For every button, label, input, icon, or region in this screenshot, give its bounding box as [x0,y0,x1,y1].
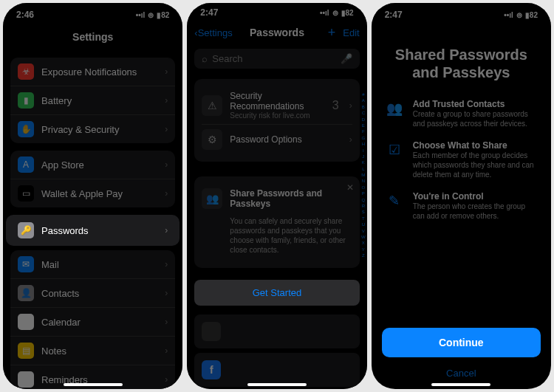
share-title: Share Passwords and Passkeys [230,188,352,209]
chevron-right-icon: › [349,134,352,145]
chevron-right-icon: › [165,124,168,134]
intro-content: Shared Passwords and Passkeys 👥Add Trust… [372,24,551,323]
chevron-right-icon: › [165,374,168,385]
nav-bar: ‹ Settings Passwords + Edit [187,19,366,46]
settings-row-calendar[interactable]: ▦Calendar› [10,308,175,337]
edit-button[interactable]: Edit [343,27,359,38]
row-label: Mail [41,259,59,270]
settings-row-contacts[interactable]: 👤Contacts› [10,279,175,308]
home-indicator[interactable] [431,383,490,386]
password-options-row[interactable]: ⚙ Password Options › [202,124,352,154]
row-app-icon: ✉ [18,256,34,272]
status-indicators: ••ıl ⊚ ▮82 [504,11,538,19]
row-app-icon: ▭ [18,185,34,202]
status-time: 2:47 [385,10,403,20]
feature-item: 👥Add Trusted ContactsCreate a group to s… [385,99,538,128]
share-card: ✕ 👥 Share Passwords and Passkeys You can… [194,176,359,268]
search-icon: ⌕ [202,53,208,64]
row-label: App Store [41,159,84,171]
status-indicators: ••ıl ⊚ ▮82 [136,11,170,19]
share-body: You can safely and securely share passwo… [202,213,352,261]
row-label: Notes [41,345,66,357]
continue-button[interactable]: Continue [382,328,541,357]
password-entry-row[interactable]: f [194,353,359,387]
row-app-icon: A [18,157,34,173]
settings-row-mail[interactable]: ✉Mail› [10,250,175,279]
close-icon[interactable]: ✕ [346,182,354,193]
wifi-icon: ⊚ [332,9,338,17]
feature-desc: Create a group to share passwords and pa… [413,109,538,128]
settings-screen: 2:46 ••ıl ⊚ ▮82 Settings ☣Exposure Notif… [3,3,182,389]
search-placeholder: Search [212,53,242,64]
status-bar: 2:47 ••ıl ⊚ ▮82 [187,3,366,19]
get-started-button[interactable]: Get Started [194,280,359,306]
security-recommendations-row[interactable]: ⚠ Security Recommendations Security risk… [202,86,352,124]
status-indicators: ••ıl ⊚ ▮82 [320,9,354,17]
chevron-right-icon: › [165,188,168,199]
row-label: Privacy & Security [41,124,119,135]
site-icon: f [202,360,221,379]
signal-icon: ••ıl [504,11,513,19]
settings-row-privacy-security[interactable]: ✋Privacy & Security› [10,115,175,143]
password-entry-row[interactable] [194,314,359,348]
cancel-button[interactable]: Cancel [382,362,541,385]
feature-icon: ✎ [385,191,404,210]
feature-icon: ☑ [385,140,404,159]
settings-row-wallet-apple-pay[interactable]: ▭Wallet & Apple Pay› [10,179,175,207]
wifi-icon: ⊚ [516,11,522,19]
add-button[interactable]: + [328,25,336,41]
row-app-icon: ▦ [18,314,34,330]
row-label: Contacts [41,288,79,299]
row-app-icon: ☣ [18,63,34,80]
battery-icon: ▮82 [341,9,354,17]
settings-row-notes[interactable]: ▤Notes› [10,337,175,365]
settings-row-app-store[interactable]: AApp Store› [10,151,175,179]
back-button[interactable]: ‹ Settings [194,27,232,38]
settings-row-passwords[interactable]: 🔑Passwords› [6,215,179,246]
page-title: Passwords [250,27,304,38]
row-label: Exposure Notifications [41,66,137,78]
status-time: 2:46 [16,10,34,20]
home-indicator[interactable] [64,383,123,386]
chevron-right-icon: › [165,345,168,356]
feature-item: ☑Choose What to ShareEach member of the … [385,140,538,179]
feature-desc: Each member of the group decides which p… [413,151,538,179]
row-label: Wallet & Apple Pay [41,188,123,199]
signal-icon: ••ıl [136,11,146,19]
settings-row-exposure-notifications[interactable]: ☣Exposure Notifications› [10,58,175,86]
row-app-icon: ☑ [18,371,34,388]
people-icon: 👥 [202,188,222,209]
pwd-options-label: Password Options [230,134,301,145]
chevron-right-icon: › [165,66,168,77]
feature-icon: 👥 [385,99,404,118]
feature-title: Choose What to Share [413,140,538,151]
row-app-icon: ▮ [18,92,34,109]
chevron-right-icon: › [165,159,168,170]
shared-passwords-intro-screen: 2:47 ••ıl ⊚ ▮82 Shared Passwords and Pas… [372,3,551,389]
feature-desc: The person who creates the group can add… [413,202,538,221]
row-label: Passwords [41,225,89,236]
site-icon [202,322,221,341]
chevron-right-icon: › [165,95,168,106]
home-indicator[interactable] [247,383,307,386]
key-icon: 🔑 [18,222,34,238]
chevron-right-icon: › [165,225,168,235]
chevron-right-icon: › [165,288,168,298]
settings-list[interactable]: ☣Exposure Notifications›▮Battery›✋Privac… [3,50,182,389]
battery-icon: ▮82 [525,11,538,19]
mic-icon[interactable]: 🎤 [341,53,352,64]
feature-title: You're in Control [413,191,538,202]
search-input[interactable]: ⌕ Search 🎤 [194,49,359,69]
page-title: Settings [72,31,113,43]
settings-row-battery[interactable]: ▮Battery› [10,86,175,115]
security-card: ⚠ Security Recommendations Security risk… [194,79,359,162]
wifi-icon: ⊚ [148,11,154,19]
chevron-right-icon: › [165,317,168,327]
row-label: Calendar [41,317,81,328]
battery-icon: ▮82 [157,11,169,19]
status-time: 2:47 [200,7,218,18]
passwords-screen: 2:47 ••ıl ⊚ ▮82 ‹ Settings Passwords + E… [187,3,366,389]
alpha-index[interactable]: #ABCDEFGHIJKLMNOPQRSTUVWXYZ [361,92,366,259]
sec-rec-count: 3 [332,99,339,112]
feature-title: Add Trusted Contacts [413,99,538,109]
